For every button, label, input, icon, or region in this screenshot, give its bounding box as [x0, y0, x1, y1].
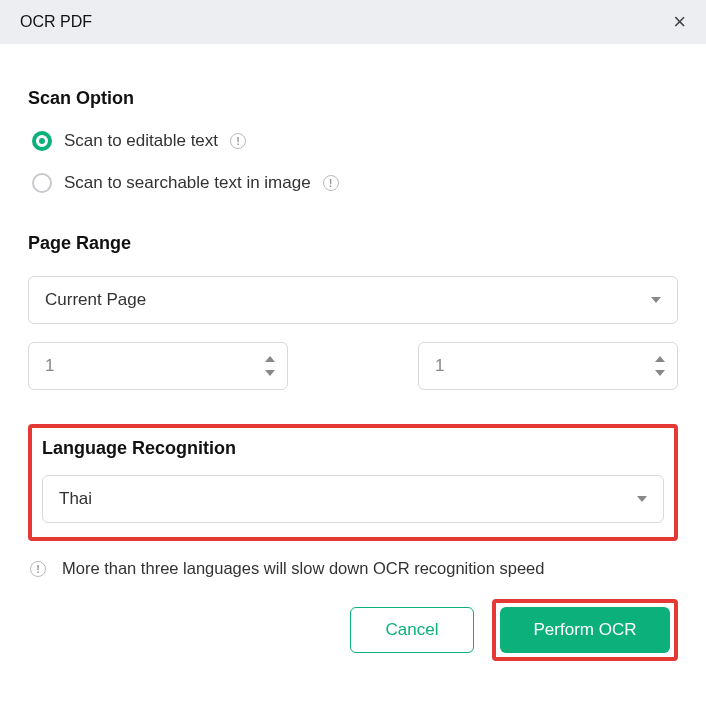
chevron-down-icon	[637, 496, 647, 502]
chevron-down-icon	[651, 297, 661, 303]
radio-label: Scan to searchable text in image	[64, 173, 311, 193]
page-to-stepper[interactable]: 1	[418, 342, 678, 390]
radio-unselected-icon	[32, 173, 52, 193]
scan-option-searchable[interactable]: Scan to searchable text in image !	[28, 173, 678, 193]
dialog-title: OCR PDF	[20, 13, 92, 31]
titlebar: OCR PDF ×	[0, 0, 706, 44]
stepper-arrows	[655, 356, 665, 376]
stepper-arrows	[265, 356, 275, 376]
chevron-down-icon[interactable]	[655, 370, 665, 376]
language-warning: ! More than three languages will slow do…	[28, 559, 678, 578]
info-icon[interactable]: !	[323, 175, 339, 191]
dialog-buttons: Cancel Perform OCR	[350, 599, 678, 661]
chevron-up-icon[interactable]	[265, 356, 275, 362]
page-range-header: Page Range	[28, 233, 678, 254]
close-icon[interactable]: ×	[673, 11, 686, 33]
page-range-value: Current Page	[45, 290, 146, 310]
page-from-value: 1	[45, 356, 54, 376]
radio-selected-icon	[32, 131, 52, 151]
radio-label: Scan to editable text	[64, 131, 218, 151]
page-range-section: Page Range Current Page 1 1	[28, 233, 678, 390]
perform-ocr-button[interactable]: Perform OCR	[500, 607, 670, 653]
dialog-content: Scan Option Scan to editable text ! Scan…	[0, 44, 706, 578]
page-range-select[interactable]: Current Page	[28, 276, 678, 324]
language-value: Thai	[59, 489, 92, 509]
chevron-up-icon[interactable]	[655, 356, 665, 362]
scan-option-header: Scan Option	[28, 88, 678, 109]
language-select[interactable]: Thai	[42, 475, 664, 523]
page-range-spinners: 1 1	[28, 342, 678, 390]
cancel-button[interactable]: Cancel	[350, 607, 474, 653]
page-to-value: 1	[435, 356, 444, 376]
scan-option-editable[interactable]: Scan to editable text !	[28, 131, 678, 151]
warning-text: More than three languages will slow down…	[62, 559, 544, 578]
language-header: Language Recognition	[42, 438, 664, 459]
language-highlight: Language Recognition Thai	[28, 424, 678, 541]
perform-highlight: Perform OCR	[492, 599, 678, 661]
chevron-down-icon[interactable]	[265, 370, 275, 376]
page-from-stepper[interactable]: 1	[28, 342, 288, 390]
info-icon[interactable]: !	[230, 133, 246, 149]
info-icon: !	[30, 561, 46, 577]
